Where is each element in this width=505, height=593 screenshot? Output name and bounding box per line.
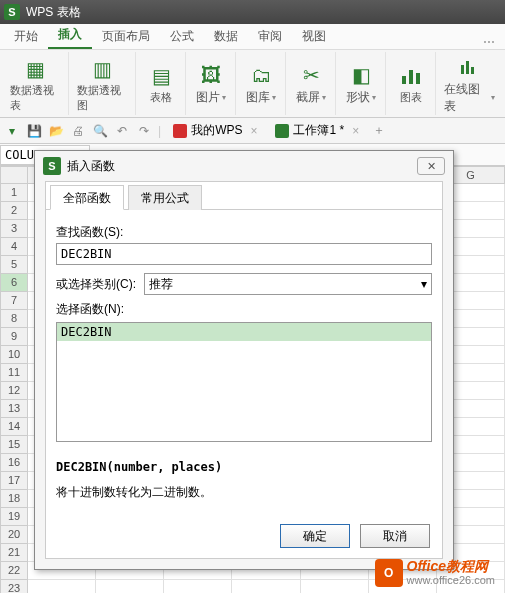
function-signature: DEC2BIN(number, places) <box>56 460 432 474</box>
close-icon[interactable]: × <box>352 124 359 138</box>
app-title: WPS 表格 <box>26 4 81 21</box>
online-chart-button[interactable]: 在线图表▾ <box>438 52 501 115</box>
wps-logo-icon: S <box>4 4 20 20</box>
undo-button[interactable]: ↶ <box>114 123 130 139</box>
cancel-button[interactable]: 取消 <box>360 524 430 548</box>
svg-rect-1 <box>409 70 413 84</box>
screenshot-button[interactable]: ✂ 截屏▾ <box>288 52 336 115</box>
search-label: 查找函数(S): <box>56 224 432 241</box>
dialog-body: 全部函数 常用公式 查找函数(S): 或选择类别(C): 推荐 ▾ 选择函数(N… <box>45 181 443 559</box>
ribbon-tab-pagelayout[interactable]: 页面布局 <box>92 24 160 49</box>
print-button[interactable]: 🖨 <box>70 123 86 139</box>
watermark-logo-icon: O <box>375 559 403 587</box>
row-header[interactable]: 23 <box>0 580 28 593</box>
table-icon: ▤ <box>147 62 175 90</box>
ribbon-tab-view[interactable]: 视图 <box>292 24 336 49</box>
doc-tab-mywps[interactable]: 我的WPS × <box>167 120 263 141</box>
picture-icon: 🖼 <box>197 61 225 89</box>
row-header[interactable]: 7 <box>0 292 28 310</box>
dialog-titlebar[interactable]: S 插入函数 ✕ <box>35 151 453 181</box>
cell[interactable] <box>232 580 300 593</box>
row-header[interactable]: 6 <box>0 274 28 292</box>
row-header[interactable]: 21 <box>0 544 28 562</box>
cell[interactable] <box>96 580 164 593</box>
table-button[interactable]: ▤ 表格 <box>138 52 186 115</box>
cell[interactable] <box>164 580 232 593</box>
svg-rect-2 <box>416 73 420 84</box>
chevron-down-icon: ▾ <box>272 93 276 102</box>
wps-logo-icon: S <box>43 157 61 175</box>
search-function-input[interactable] <box>56 243 432 265</box>
row-header[interactable]: 20 <box>0 526 28 544</box>
category-select[interactable]: 推荐 ▾ <box>144 273 432 295</box>
row-header[interactable]: 17 <box>0 472 28 490</box>
row-header[interactable]: 18 <box>0 490 28 508</box>
row-header[interactable]: 2 <box>0 202 28 220</box>
select-all-corner[interactable] <box>0 166 28 184</box>
close-icon[interactable]: × <box>250 124 257 138</box>
quick-access-toolbar: ▾ 💾 📂 🖨 🔍 ↶ ↷ | 我的WPS × 工作簿1 * × ＋ <box>0 118 505 144</box>
ok-button[interactable]: 确定 <box>280 524 350 548</box>
pivot-table-button[interactable]: ▦ 数据透视表 <box>4 52 69 115</box>
new-tab-button[interactable]: ＋ <box>371 123 387 139</box>
print-preview-button[interactable]: 🔍 <box>92 123 108 139</box>
watermark: O Office教程网 www.office26.com <box>375 559 495 587</box>
ribbon-more-icon[interactable]: ⋯ <box>477 35 501 49</box>
ribbon-tab-data[interactable]: 数据 <box>204 24 248 49</box>
ribbon-tab-insert[interactable]: 插入 <box>48 22 92 49</box>
cell[interactable] <box>301 580 369 593</box>
chevron-down-icon: ▾ <box>421 277 427 291</box>
row-header[interactable]: 15 <box>0 436 28 454</box>
pivot-chart-button[interactable]: ▥ 数据透视图 <box>71 52 136 115</box>
ribbon-tab-formula[interactable]: 公式 <box>160 24 204 49</box>
doc-tab-workbook[interactable]: 工作簿1 * × <box>269 120 365 141</box>
chevron-down-icon: ▾ <box>372 93 376 102</box>
pivot-chart-icon: ▥ <box>89 55 117 83</box>
gallery-icon: 🗂 <box>247 61 275 89</box>
function-list-item[interactable]: DEC2BIN <box>57 323 431 341</box>
save-button[interactable]: 💾 <box>26 123 42 139</box>
row-header[interactable]: 19 <box>0 508 28 526</box>
online-chart-icon <box>455 53 483 81</box>
sheet-app-icon <box>275 124 289 138</box>
ribbon-tabs: 开始 插入 页面布局 公式 数据 审阅 视图 ⋯ <box>0 24 505 50</box>
title-bar: S WPS 表格 <box>0 0 505 24</box>
redo-button[interactable]: ↷ <box>136 123 152 139</box>
svg-rect-3 <box>461 65 464 74</box>
row-header[interactable]: 4 <box>0 238 28 256</box>
pivot-table-icon: ▦ <box>22 55 50 83</box>
tab-common-formulas[interactable]: 常用公式 <box>128 185 202 210</box>
row-header[interactable]: 8 <box>0 310 28 328</box>
chevron-down-icon: ▾ <box>491 93 495 102</box>
row-header[interactable]: 16 <box>0 454 28 472</box>
row-header[interactable]: 11 <box>0 364 28 382</box>
wps-app-icon <box>173 124 187 138</box>
svg-rect-5 <box>471 67 474 74</box>
row-header[interactable]: 22 <box>0 562 28 580</box>
dialog-close-button[interactable]: ✕ <box>417 157 445 175</box>
chevron-down-icon: ▾ <box>322 93 326 102</box>
category-label: 或选择类别(C): <box>56 276 136 293</box>
row-header[interactable]: 14 <box>0 418 28 436</box>
menu-button[interactable]: ▾ <box>4 123 20 139</box>
ribbon-tab-review[interactable]: 审阅 <box>248 24 292 49</box>
row-header[interactable]: 5 <box>0 256 28 274</box>
row-header[interactable]: 13 <box>0 400 28 418</box>
row-header[interactable]: 3 <box>0 220 28 238</box>
chart-button[interactable]: 图表 <box>388 52 436 115</box>
function-list[interactable]: DEC2BIN <box>56 322 432 442</box>
shapes-button[interactable]: ◧ 形状▾ <box>338 52 386 115</box>
picture-button[interactable]: 🖼 图片▾ <box>188 52 236 115</box>
cell[interactable] <box>28 580 96 593</box>
tab-all-functions[interactable]: 全部函数 <box>50 185 124 210</box>
row-header[interactable]: 10 <box>0 346 28 364</box>
ribbon-tab-home[interactable]: 开始 <box>4 24 48 49</box>
open-button[interactable]: 📂 <box>48 123 64 139</box>
select-function-label: 选择函数(N): <box>56 301 432 318</box>
gallery-button[interactable]: 🗂 图库▾ <box>238 52 286 115</box>
row-header[interactable]: 12 <box>0 382 28 400</box>
svg-rect-4 <box>466 61 469 74</box>
svg-rect-0 <box>402 76 406 84</box>
row-header[interactable]: 9 <box>0 328 28 346</box>
row-header[interactable]: 1 <box>0 184 28 202</box>
